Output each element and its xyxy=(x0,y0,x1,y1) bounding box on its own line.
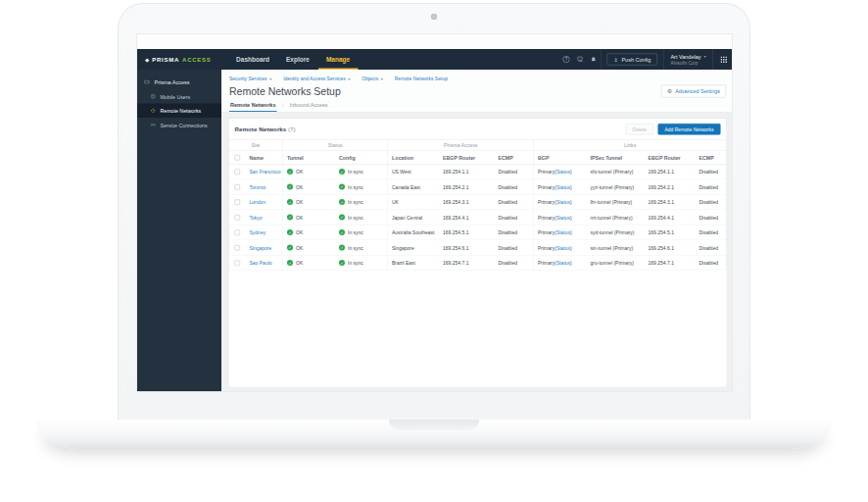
status-ok-icon: ✓ xyxy=(339,199,345,205)
delete-button[interactable]: Delete xyxy=(626,124,653,135)
pa-ebgp-router-cell: 169.254.2.1 xyxy=(439,179,495,194)
group-prisma-access: Prisma Access xyxy=(388,140,534,151)
site-name-link[interactable]: Singapore xyxy=(250,245,272,251)
breadcrumb-security-services[interactable]: Security Services ▾ xyxy=(229,75,271,81)
site-name-link[interactable]: Sao Paulo xyxy=(250,260,272,266)
col-config: Config xyxy=(335,151,388,164)
layers-icon[interactable] xyxy=(573,49,587,70)
tunnel-status: OK xyxy=(296,199,303,205)
bgp-cell: Primary(Status) xyxy=(534,226,587,240)
sidebar-item-mobile-users[interactable]: Mobile Users xyxy=(137,89,221,104)
remote-networks-panel: Remote Networks (7) Delete Add Remote Ne… xyxy=(228,119,727,388)
bgp-status-link[interactable]: Status xyxy=(556,215,570,221)
breadcrumb-identity-access-services[interactable]: Identity and Access Services ▾ xyxy=(283,75,350,81)
chevron-down-icon: ▾ xyxy=(348,76,350,81)
site-name-link[interactable]: Sydney xyxy=(250,229,266,235)
bgp-status-link[interactable]: Status xyxy=(556,199,570,205)
row-checkbox[interactable] xyxy=(234,245,240,251)
ipsec-tunnel-cell: yyz-tunnel (Primary) xyxy=(587,179,645,194)
ipsec-tunnel-cell: syd-tunnel (Primary) xyxy=(587,226,645,240)
bgp-status-link[interactable]: Status xyxy=(556,245,570,251)
links-ecmp-cell: Disabled xyxy=(696,179,727,194)
select-all-checkbox[interactable] xyxy=(234,155,240,161)
navbar-right: ? xyxy=(559,49,733,70)
help-icon[interactable]: ? xyxy=(559,49,573,70)
location-cell: Canada East xyxy=(388,179,440,194)
breadcrumb-remote-networks-setup[interactable]: Remote Networks Setup xyxy=(395,75,448,81)
nav-item-manage[interactable]: Manage xyxy=(317,49,358,70)
links-ecmp-cell: Disabled xyxy=(696,240,727,255)
nav-item-dashboard[interactable]: Dashboard xyxy=(228,49,278,70)
bgp-status-link[interactable]: Status xyxy=(556,169,570,175)
config-status: In sync xyxy=(348,260,363,266)
status-ok-icon: ✓ xyxy=(339,184,345,190)
links-ebgp-router-cell: 169.254.7.1 xyxy=(645,256,696,271)
chevron-down-icon: ▾ xyxy=(381,76,383,81)
pa-ebgp-router-cell: 169.254.6.1 xyxy=(439,240,495,255)
breadcrumb: Security Services ▾ Identity and Access … xyxy=(229,74,726,83)
table-row: Toronto ✓ OK ✓ In sync Canada East 169.2… xyxy=(229,179,727,195)
ipsec-tunnel-cell: sin-tunnel (Primary) xyxy=(587,240,645,255)
row-checkbox[interactable] xyxy=(234,199,240,205)
status-ok-icon: ✓ xyxy=(287,260,293,266)
breadcrumb-objects[interactable]: Objects ▾ xyxy=(362,75,382,81)
nav-item-explore[interactable]: Explore xyxy=(278,49,318,70)
row-checkbox[interactable] xyxy=(234,260,240,266)
pa-ecmp-cell: Disabled xyxy=(495,210,534,225)
tab-remote-networks[interactable]: Remote Networks xyxy=(229,102,276,112)
sidebar-item-prisma-access[interactable]: Prisma Access xyxy=(137,75,221,89)
location-cell: Japan Central xyxy=(388,210,440,225)
links-ecmp-cell: Disabled xyxy=(696,165,727,179)
tab-inbound-access[interactable]: Inbound Access xyxy=(289,102,329,112)
tunnel-status: OK xyxy=(296,169,303,175)
chevron-down-icon: ▾ xyxy=(269,76,271,81)
advanced-settings-button[interactable]: ⚙ Advanced Settings xyxy=(661,85,726,98)
sidebar-item-service-connections[interactable]: Service Connections xyxy=(137,118,221,132)
bell-icon[interactable] xyxy=(587,49,601,70)
site-name-link[interactable]: Toronto xyxy=(250,184,266,190)
table-body: San Francisco ✓ OK ✓ In sync US West 169… xyxy=(229,165,727,272)
pa-ebgp-router-cell: 169.254.4.1 xyxy=(439,210,495,225)
status-ok-icon: ✓ xyxy=(339,215,345,221)
group-links: Links xyxy=(534,140,727,151)
push-config-icon xyxy=(613,57,619,63)
status-ok-icon: ✓ xyxy=(339,169,345,175)
remote-networks-table: Site Status Prisma Access Links Name Tun xyxy=(229,139,727,387)
row-checkbox[interactable] xyxy=(234,215,240,221)
table-row: Tokyo ✓ OK ✓ In sync Japan Central 169.2… xyxy=(229,210,727,226)
laptop-notch xyxy=(389,420,479,430)
col-location: Location xyxy=(388,151,440,164)
bgp-status-link[interactable]: Status xyxy=(556,184,570,190)
push-config-button[interactable]: Push Config xyxy=(606,54,656,66)
folder-icon xyxy=(144,79,150,85)
config-status: In sync xyxy=(348,229,363,235)
site-name-link[interactable]: San Francisco xyxy=(250,169,281,175)
status-ok-icon: ✓ xyxy=(287,229,293,235)
status-ok-icon: ✓ xyxy=(339,229,345,235)
status-ok-icon: ✓ xyxy=(287,184,293,190)
sidebar-item-remote-networks[interactable]: Remote Networks xyxy=(137,104,221,119)
bgp-status-link[interactable]: Status xyxy=(556,229,570,235)
brand-secondary: ACCESS xyxy=(182,56,212,63)
row-checkbox[interactable] xyxy=(234,229,240,235)
add-remote-networks-button[interactable]: Add Remote Networks xyxy=(657,124,720,135)
row-checkbox[interactable] xyxy=(234,169,240,175)
user-menu[interactable]: Art Vandelay ▾ Alvisofin Corp xyxy=(663,49,712,70)
brand-primary: PRISMA xyxy=(152,56,179,63)
main-content: Security Services ▾ Identity and Access … xyxy=(221,70,733,392)
bgp-cell: Primary(Status) xyxy=(534,195,587,210)
tunnel-status: OK xyxy=(296,260,303,266)
user-name: Art Vandelay xyxy=(670,54,700,60)
ipsec-tunnel-cell: gru-tunnel (Primary) xyxy=(587,256,645,271)
bgp-status-link[interactable]: Status xyxy=(556,260,570,266)
pa-ebgp-router-cell: 169.254.1.1 xyxy=(439,165,495,179)
row-checkbox[interactable] xyxy=(234,184,240,190)
site-name-link[interactable]: London xyxy=(250,199,266,205)
brand-logo: ◆ PRISMA ACCESS xyxy=(145,49,212,70)
site-name-link[interactable]: Tokyo xyxy=(250,215,263,221)
app-switcher-icon[interactable] xyxy=(713,49,733,70)
sidebar: Prisma Access Mobile Users xyxy=(137,70,221,392)
status-ok-icon: ✓ xyxy=(287,215,293,221)
page-title: Remote Networks Setup xyxy=(229,85,341,97)
bgp-cell: Primary(Status) xyxy=(534,210,587,225)
